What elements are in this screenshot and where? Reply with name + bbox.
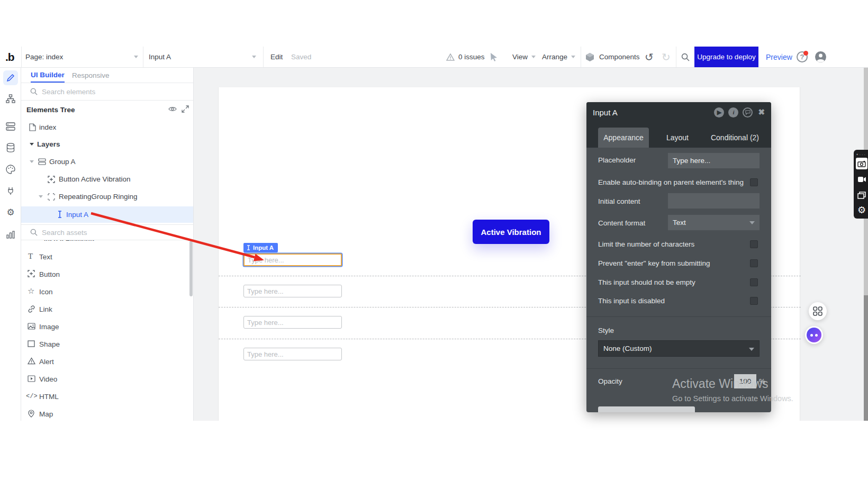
not-empty-checkbox[interactable]	[750, 278, 758, 286]
cursor-tool[interactable]	[490, 47, 498, 67]
redo-button[interactable]: ↻	[662, 47, 671, 67]
tab-conditional[interactable]: Conditional (2)	[707, 128, 763, 148]
apps-grid-button[interactable]	[809, 302, 827, 320]
record-button[interactable]	[856, 174, 867, 185]
input-a-selected[interactable]: Type here...	[243, 253, 342, 266]
chevron-down-icon	[134, 56, 138, 58]
palette-item-link[interactable]: Link	[21, 302, 193, 318]
workflow-tab-icon[interactable]	[3, 92, 18, 106]
property-editor-header[interactable]: Input A ▶ i ✖	[586, 102, 771, 122]
windows-button[interactable]	[856, 189, 867, 201]
chevron-down-icon	[30, 160, 34, 163]
styles-tab-icon[interactable]	[3, 162, 18, 177]
pencil-icon	[6, 74, 15, 82]
view-menu[interactable]: View	[512, 47, 536, 67]
user-icon	[815, 51, 826, 62]
style-dropdown[interactable]: None (Custom)	[598, 340, 760, 357]
tree-row-group-a[interactable]: Group A	[21, 154, 193, 169]
input-a-row3[interactable]: Type here...	[243, 316, 342, 329]
image-icon	[28, 323, 35, 330]
input-a-row2[interactable]: Type here...	[243, 285, 342, 297]
info-icon[interactable]: i	[728, 107, 738, 117]
plugins-tab-icon[interactable]	[3, 183, 18, 198]
palette-item-label: Image	[39, 323, 59, 331]
shape-icon	[28, 340, 35, 347]
settings-tab-icon[interactable]: ⚙	[3, 205, 18, 220]
palette-item-text[interactable]: T Text	[21, 250, 193, 266]
chevron-down-icon	[252, 56, 256, 58]
preview-link[interactable]: Preview	[766, 47, 792, 67]
help-button[interactable]: ?	[797, 51, 808, 62]
page-selector[interactable]: Page: index	[25, 47, 143, 67]
toggle-visibility-button[interactable]	[168, 106, 177, 112]
active-vibration-button[interactable]: Active Vibration	[473, 220, 549, 244]
tree-row-layers[interactable]: Layers	[21, 137, 193, 152]
search-assets-field[interactable]: Search assets	[21, 224, 193, 240]
cutoff-control[interactable]	[598, 406, 695, 412]
palette-item-button[interactable]: Button	[21, 267, 193, 283]
scrollbar-thumb[interactable]	[864, 295, 868, 421]
account-avatar[interactable]	[815, 51, 826, 62]
input-element-icon	[247, 245, 250, 250]
disabled-checkbox[interactable]	[750, 297, 758, 305]
close-icon[interactable]: ✖	[758, 107, 765, 117]
tab-responsive[interactable]: Responsive	[72, 68, 110, 83]
palette-icon	[6, 165, 15, 174]
issues-indicator[interactable]: 0 issues	[446, 47, 485, 67]
search-elements-field[interactable]: Search elements	[21, 83, 193, 101]
prevent-enter-checkbox[interactable]	[750, 259, 758, 267]
palette-item-image[interactable]: Image	[21, 320, 193, 336]
expand-tree-button[interactable]	[182, 105, 189, 113]
top-toolbar: .b Page: index Input A Edit Saved 0 issu…	[0, 47, 868, 68]
element-selector[interactable]: Input A	[149, 47, 249, 67]
tree-item-label: Input A	[66, 211, 88, 219]
placeholder-label: Placeholder	[598, 156, 636, 164]
tree-row-button-active-vibration[interactable]: Button Active Vibration	[21, 171, 193, 187]
comment-icon[interactable]	[743, 107, 753, 117]
edit-menu[interactable]: Edit	[270, 47, 283, 67]
palette-item-shape[interactable]: Shape	[21, 337, 193, 353]
gear-icon: ⚙	[6, 207, 14, 218]
input-a-row4[interactable]: Type here...	[243, 348, 342, 360]
design-tab-icon[interactable]	[3, 70, 18, 85]
palette-item-video[interactable]: Video	[21, 372, 193, 388]
upgrade-to-deploy-button[interactable]: Upgrade to deploy	[694, 47, 758, 67]
data-tab-icon[interactable]	[3, 119, 18, 134]
assistant-bot-button[interactable]	[805, 326, 823, 344]
drag-handle-dots[interactable]: •∙∙∙	[856, 152, 866, 157]
initial-content-input[interactable]	[668, 193, 760, 209]
gear-icon: ⚙	[857, 204, 866, 216]
components-button[interactable]: Components	[585, 47, 640, 67]
database-tab-icon[interactable]	[3, 140, 18, 155]
placeholder-value: Type here...	[673, 157, 710, 165]
palette-item-alert[interactable]: Alert	[21, 355, 193, 370]
canvas-vertical-scrollbar[interactable]	[864, 68, 868, 421]
tree-row-index[interactable]: index	[21, 120, 193, 135]
tree-row-input-a-selected[interactable]: Input A	[21, 206, 193, 223]
logs-tab-icon[interactable]	[3, 227, 18, 242]
palette-item-icon[interactable]: ☆ Icon	[21, 285, 193, 301]
limit-chars-checkbox[interactable]	[750, 240, 758, 248]
undo-button[interactable]: ↺	[645, 47, 654, 67]
panel-scrollbar[interactable]	[189, 241, 193, 296]
screenshot-button[interactable]	[856, 158, 867, 169]
style-label: Style	[598, 327, 614, 334]
opacity-input[interactable]: 100	[734, 374, 756, 388]
opacity-value: 100	[739, 377, 752, 385]
palette-item-html[interactable]: </> HTML	[21, 390, 193, 405]
cursor-arrow-icon	[490, 52, 498, 61]
tab-appearance[interactable]: Appearance	[598, 128, 649, 148]
content-format-dropdown[interactable]: Text	[668, 215, 760, 230]
elements-tree-title: Elements Tree	[26, 106, 75, 114]
capture-settings-button[interactable]: ⚙	[856, 204, 867, 216]
arrange-menu[interactable]: Arrange	[542, 47, 575, 67]
placeholder-input[interactable]: Type here...	[668, 153, 760, 168]
bubble-logo[interactable]: .b	[5, 47, 14, 67]
autobinding-checkbox[interactable]	[750, 178, 758, 186]
tab-layout[interactable]: Layout	[659, 128, 696, 148]
run-icon[interactable]: ▶	[714, 107, 724, 117]
palette-item-map[interactable]: Map	[21, 407, 193, 423]
tree-row-repeatinggroup-ringing[interactable]: RepeatingGroup Ringing	[21, 189, 193, 204]
search-button[interactable]	[681, 47, 690, 67]
tab-ui-builder[interactable]: UI Builder	[31, 68, 65, 83]
